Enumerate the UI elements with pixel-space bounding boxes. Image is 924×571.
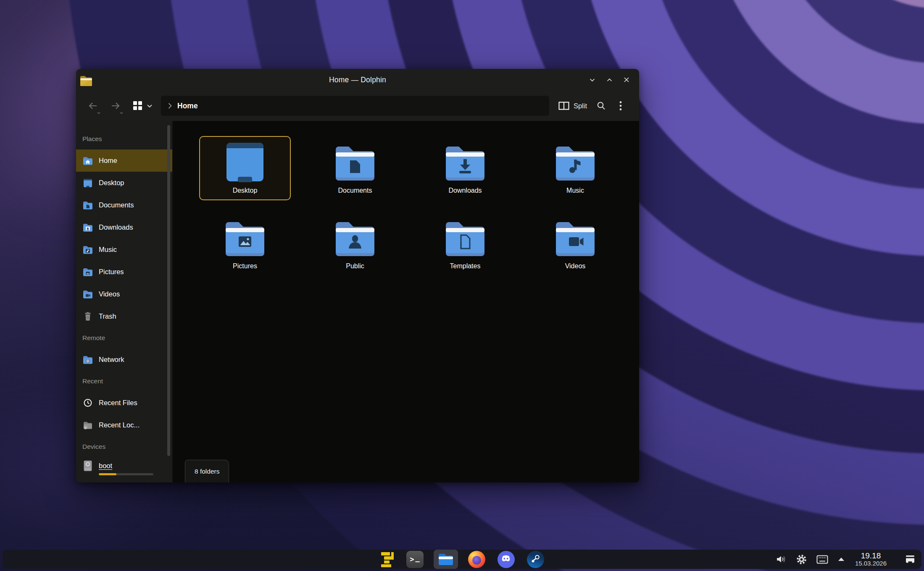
folder-item-desktop[interactable]: Desktop: [199, 136, 291, 200]
notifications-panel-icon: [905, 555, 916, 564]
folder-item-public[interactable]: Public: [309, 212, 401, 276]
discord-icon: [498, 551, 515, 568]
discord-button[interactable]: [495, 550, 517, 569]
split-button[interactable]: Split: [556, 102, 590, 110]
desktop-folder-icon: [82, 178, 93, 187]
folder-item-documents[interactable]: Documents: [309, 136, 401, 200]
sidebar-item-videos[interactable]: Videos: [76, 283, 172, 305]
clock-icon: [82, 398, 93, 407]
folder-name: Pictures: [233, 262, 257, 270]
section-header-devices: Devices: [76, 436, 172, 457]
view-mode-button[interactable]: [133, 101, 142, 110]
keyboard-icon: [816, 555, 828, 564]
section-header-recent: Recent: [76, 371, 172, 392]
sidebar-item-label: Recent Loc...: [99, 421, 140, 429]
folder-item-pictures[interactable]: Pictures: [199, 212, 291, 276]
folder-view[interactable]: Desktop Documents: [173, 121, 639, 482]
folder-item-downloads[interactable]: Downloads: [419, 136, 511, 200]
places-panel-scrollbar[interactable]: [167, 125, 170, 456]
folder-name: Documents: [338, 187, 372, 194]
sidebar-item-label: boot: [99, 462, 112, 470]
disk-capacity-bar: [99, 473, 153, 475]
documents-folder-icon: [82, 201, 93, 210]
folder-name: Templates: [450, 262, 481, 270]
sidebar-item-trash[interactable]: Trash: [76, 305, 172, 327]
arrow-left-icon: [87, 101, 98, 110]
folder-name: Videos: [565, 262, 586, 270]
settings-button[interactable]: [796, 554, 807, 565]
folder-item-videos[interactable]: Videos: [529, 212, 621, 276]
sidebar-item-desktop[interactable]: Desktop: [76, 172, 172, 194]
folder-name: Public: [346, 262, 364, 270]
search-button[interactable]: [594, 98, 609, 113]
tray-expander-button[interactable]: [838, 557, 845, 561]
firefox-button[interactable]: [466, 550, 487, 569]
breadcrumb-home[interactable]: Home: [177, 102, 198, 110]
places-panel: Places Home Desktop: [76, 121, 172, 482]
sidebar-item-recent-files[interactable]: Recent Files: [76, 392, 172, 414]
chevron-up-icon: [606, 76, 613, 84]
folder-item-templates[interactable]: Templates: [419, 212, 511, 276]
hamburger-menu-button[interactable]: [613, 98, 628, 113]
desktop-icon: [226, 142, 264, 182]
volume-button[interactable]: [776, 554, 787, 564]
sidebar-item-recent-locations[interactable]: Recent Loc...: [76, 414, 172, 436]
sidebar-item-label: Music: [99, 246, 117, 254]
dolphin-task-button[interactable]: [434, 550, 458, 569]
item-count: 8 folders: [195, 468, 219, 475]
minimize-button[interactable]: [587, 75, 597, 85]
sidebar-item-music[interactable]: Music: [76, 238, 172, 261]
keyboard-button[interactable]: [816, 555, 828, 564]
search-icon: [596, 101, 606, 111]
sidebar-item-home[interactable]: Home: [76, 149, 172, 172]
sidebar-item-label: Recent Files: [99, 399, 137, 407]
forward-button[interactable]: [106, 97, 125, 115]
sidebar-item-label: Videos: [99, 290, 120, 298]
sidebar-item-label: Pictures: [99, 268, 124, 276]
digital-clock[interactable]: 19.18 15.03.2026: [855, 551, 887, 567]
pictures-folder-icon: [223, 219, 267, 256]
chevron-up-icon: [838, 557, 845, 561]
sidebar-item-network[interactable]: Network: [76, 348, 172, 371]
sidebar-item-documents[interactable]: Documents: [76, 194, 172, 216]
home-folder-icon: [82, 156, 93, 165]
terminal-button[interactable]: >_: [404, 550, 426, 569]
sidebar-item-boot[interactable]: boot: [76, 457, 172, 479]
pictures-folder-icon: [82, 267, 93, 276]
folder-item-music[interactable]: Music: [529, 136, 621, 200]
file-manager-icon: [438, 553, 454, 566]
kebab-menu-icon: [619, 101, 622, 111]
notifications-button[interactable]: [905, 555, 916, 564]
downloads-folder-icon: [443, 144, 487, 181]
dolphin-app-icon: [79, 75, 93, 87]
task-icons: >_: [378, 550, 546, 569]
app-launcher-button[interactable]: [378, 550, 396, 569]
sidebar-item-downloads[interactable]: Downloads: [76, 216, 172, 238]
maximize-button[interactable]: [604, 75, 614, 85]
folder-clock-icon: [82, 421, 93, 430]
sidebar-item-label: Downloads: [99, 223, 133, 231]
firefox-icon: [468, 551, 485, 568]
folder-name: Downloads: [448, 187, 482, 194]
view-mode-dropdown[interactable]: [147, 102, 153, 110]
chevron-down-icon: [589, 76, 596, 84]
section-header-remote: Remote: [76, 327, 172, 348]
location-bar[interactable]: Home: [161, 96, 549, 116]
downloads-folder-icon: [82, 223, 93, 232]
back-button[interactable]: [84, 97, 102, 115]
gear-icon: [796, 554, 807, 565]
speaker-icon: [776, 554, 787, 564]
close-icon: [623, 76, 630, 83]
chevron-down-icon: [119, 112, 124, 115]
app-launcher-icon: [380, 552, 394, 567]
close-button[interactable]: [621, 75, 632, 85]
sidebar-item-pictures[interactable]: Pictures: [76, 261, 172, 283]
arrow-right-icon: [110, 101, 121, 110]
window-title: Home — Dolphin: [76, 76, 639, 84]
steam-button[interactable]: [525, 550, 546, 569]
titlebar[interactable]: Home — Dolphin: [76, 69, 639, 91]
terminal-icon: >_: [406, 551, 424, 568]
folder-name: Music: [566, 187, 584, 194]
section-header-places: Places: [76, 128, 172, 149]
taskbar-panel: >_: [3, 550, 921, 569]
